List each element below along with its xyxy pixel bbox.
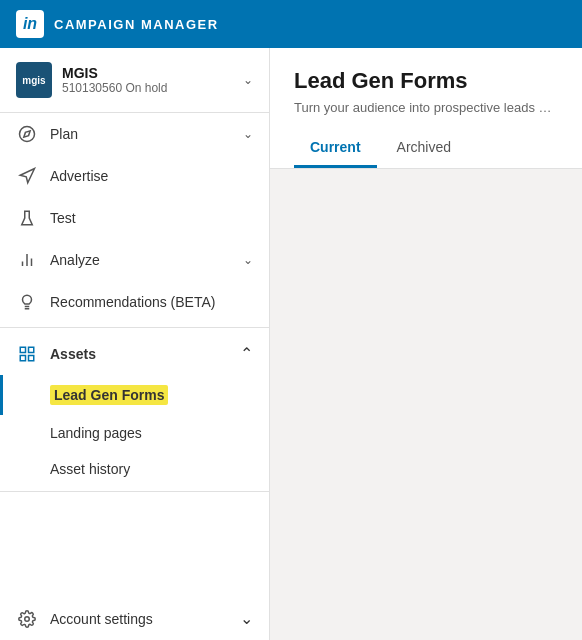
account-settings-chevron-icon: ⌄ xyxy=(240,609,253,628)
svg-point-9 xyxy=(25,616,30,621)
svg-rect-8 xyxy=(20,355,25,360)
linkedin-logo: in xyxy=(16,10,44,38)
analyze-chevron-icon: ⌄ xyxy=(243,253,253,267)
account-settings-label: Account settings xyxy=(50,611,240,627)
assets-section: Assets ⌃ Lead Gen Forms Landing pages As… xyxy=(0,332,269,487)
tab-archived[interactable]: Archived xyxy=(381,131,467,168)
bar-chart-icon xyxy=(16,251,38,269)
assets-chevron-icon: ⌃ xyxy=(240,344,253,363)
svg-rect-5 xyxy=(20,347,25,352)
sidebar-item-recommendations-label: Recommendations (BETA) xyxy=(50,294,253,310)
sidebar: mgis MGIS 510130560 On hold ⌄ Plan ⌄ xyxy=(0,48,270,640)
sidebar-item-lead-gen-forms[interactable]: Lead Gen Forms xyxy=(0,375,269,415)
tab-current[interactable]: Current xyxy=(294,131,377,168)
content-body xyxy=(270,169,582,640)
gear-icon xyxy=(16,610,38,628)
svg-rect-6 xyxy=(29,347,34,352)
nav-divider-2 xyxy=(0,491,269,492)
sidebar-item-test-label: Test xyxy=(50,210,253,226)
sidebar-item-assets-label: Assets xyxy=(50,346,240,362)
account-logo-text: mgis xyxy=(22,75,45,86)
content-header: Lead Gen Forms Turn your audience into p… xyxy=(270,48,582,169)
sidebar-item-assets[interactable]: Assets ⌃ xyxy=(0,332,269,375)
page-title: Lead Gen Forms xyxy=(294,68,558,94)
sidebar-item-plan-label: Plan xyxy=(50,126,243,142)
bulb-icon xyxy=(16,293,38,311)
landing-pages-label: Landing pages xyxy=(50,425,142,441)
svg-marker-1 xyxy=(24,131,30,137)
flask-icon xyxy=(16,209,38,227)
sidebar-item-advertise[interactable]: Advertise xyxy=(0,155,269,197)
content-area: Lead Gen Forms Turn your audience into p… xyxy=(270,48,582,640)
main-layout: mgis MGIS 510130560 On hold ⌄ Plan ⌄ xyxy=(0,48,582,640)
compass-icon xyxy=(16,125,38,143)
sidebar-item-asset-history[interactable]: Asset history xyxy=(0,451,269,487)
account-name: MGIS xyxy=(62,65,243,81)
sidebar-item-account-settings[interactable]: Account settings ⌄ xyxy=(0,597,269,640)
sidebar-item-test[interactable]: Test xyxy=(0,197,269,239)
topbar: in CAMPAIGN MANAGER xyxy=(0,0,582,48)
sidebar-item-advertise-label: Advertise xyxy=(50,168,253,184)
sidebar-item-analyze[interactable]: Analyze ⌄ xyxy=(0,239,269,281)
sidebar-item-plan[interactable]: Plan ⌄ xyxy=(0,113,269,155)
assets-icon xyxy=(16,345,38,363)
account-chevron-icon: ⌄ xyxy=(243,73,253,87)
sidebar-item-recommendations[interactable]: Recommendations (BETA) xyxy=(0,281,269,323)
svg-rect-7 xyxy=(29,355,34,360)
svg-point-0 xyxy=(20,127,35,142)
plan-chevron-icon: ⌄ xyxy=(243,127,253,141)
sidebar-item-landing-pages[interactable]: Landing pages xyxy=(0,415,269,451)
nav-divider xyxy=(0,327,269,328)
lead-gen-forms-label: Lead Gen Forms xyxy=(50,385,168,405)
account-sub: 510130560 On hold xyxy=(62,81,243,95)
account-logo: mgis xyxy=(16,62,52,98)
account-info: MGIS 510130560 On hold xyxy=(62,65,243,95)
megaphone-icon xyxy=(16,167,38,185)
tabs: Current Archived xyxy=(294,131,558,168)
asset-history-label: Asset history xyxy=(50,461,130,477)
account-selector[interactable]: mgis MGIS 510130560 On hold ⌄ xyxy=(0,48,269,113)
page-subtitle: Turn your audience into prospective lead… xyxy=(294,100,558,115)
sidebar-item-analyze-label: Analyze xyxy=(50,252,243,268)
linkedin-logo-text: in xyxy=(23,15,37,33)
topbar-title: CAMPAIGN MANAGER xyxy=(54,17,219,32)
